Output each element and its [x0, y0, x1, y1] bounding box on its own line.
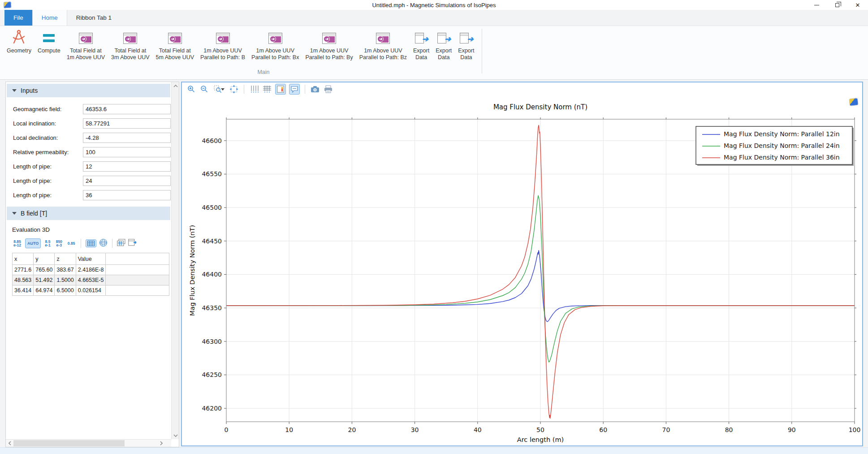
tab-file[interactable]: File: [4, 10, 32, 26]
col-header-y[interactable]: y: [34, 253, 55, 265]
sphere-plot-button[interactable]: [99, 238, 108, 249]
compute-button[interactable]: Compute: [35, 28, 64, 54]
dropdown-caret-icon: [221, 88, 225, 91]
col-header-x[interactable]: x: [13, 253, 34, 265]
plot-window-icon: ➔: [216, 33, 230, 44]
table-row[interactable]: 2771.6 765.60 383.67 2.4186E-8: [13, 265, 169, 275]
restore-button[interactable]: [827, 0, 847, 10]
evaluation-3d-label: Evaluation 3D: [6, 220, 171, 237]
total-field-1m-button[interactable]: ➔ Total Field at 1m Above UUV: [64, 28, 108, 61]
minimize-button[interactable]: [806, 0, 827, 10]
vertical-scrollbar[interactable]: [171, 82, 179, 439]
horizontal-scrollbar[interactable]: [6, 439, 171, 447]
grid-lines-icon: [263, 85, 272, 93]
export-data-button-1[interactable]: ➔ Export Data: [410, 28, 432, 61]
tab-home[interactable]: Home: [32, 10, 67, 26]
plot-window-icon: ➔: [123, 33, 137, 44]
table-row[interactable]: 48.563 51.492 1.5000 4.6653E-5: [13, 275, 169, 285]
parallel-path-bz-button[interactable]: ➔ 1m Above UUV Parallel to Path: Bz: [356, 28, 410, 61]
scroll-right-arrow[interactable]: [157, 440, 165, 447]
x-tick-label: 30: [411, 426, 419, 433]
local-declination-input[interactable]: [83, 133, 171, 143]
scroll-down-arrow[interactable]: [172, 432, 179, 439]
zoom-in-button[interactable]: [186, 84, 196, 94]
tooltip-toggle-button[interactable]: [289, 84, 300, 95]
evaluation-table: x y z Value 2771.6 765.60 383.67 2.4186E…: [12, 253, 169, 296]
zoom-box-button[interactable]: [212, 84, 226, 94]
x-tick-label: 90: [788, 426, 796, 433]
export-data-button-2[interactable]: ➔ Export Data: [432, 28, 455, 61]
format-engineering-button[interactable]: 8.5 e-1: [43, 238, 52, 249]
status-strip: [0, 447, 868, 454]
restore-icon: [835, 3, 839, 7]
x-tick-label: 60: [599, 426, 607, 433]
tooltip-toggle-icon: [291, 86, 298, 93]
horizontal-scroll-thumb[interactable]: [13, 440, 125, 446]
field-row: Local declination:: [6, 130, 171, 145]
equals-icon: [43, 34, 55, 42]
tab-ribbon-tab-1[interactable]: Ribbon Tab 1: [67, 10, 121, 26]
total-field-5m-button[interactable]: ➔ Total Field at 5m Above UUV: [153, 28, 197, 61]
title-bar: Untitled.mph - Magnetic Simulations of I…: [0, 0, 868, 10]
plot-window-icon: ➔: [268, 33, 282, 44]
axis-grid-button[interactable]: [249, 84, 259, 94]
table-row[interactable]: 36.414 64.974 6.5000 0.026154: [13, 285, 169, 296]
toolbar-separator: [305, 85, 305, 94]
bfield-section-header[interactable]: B field [T]: [7, 207, 170, 220]
field-row: Length of pipe:: [6, 173, 171, 188]
y-tick-label: 46450: [202, 238, 222, 245]
col-header-value[interactable]: Value: [76, 253, 106, 265]
length-of-pipe-12-input[interactable]: [83, 161, 171, 172]
format-scientific-button[interactable]: 8.85 e-12: [12, 238, 22, 249]
legend-entry: Mag Flux Density Norm: Parallel 12in: [724, 130, 840, 138]
close-button[interactable]: ✕: [847, 0, 868, 10]
table-display-button[interactable]: [86, 239, 96, 247]
y-tick-label: 46400: [202, 271, 222, 278]
format-decimal-button[interactable]: 0.85: [66, 240, 77, 247]
field-row: Local inclination:: [6, 116, 171, 130]
zoom-extents-button[interactable]: [229, 84, 239, 94]
close-icon: ✕: [855, 2, 860, 8]
color-legend-toggle-icon: [277, 86, 284, 93]
inputs-section-header[interactable]: Inputs: [7, 84, 170, 97]
chart[interactable]: 0102030405060708090100462004625046300463…: [182, 96, 862, 445]
local-inclination-input[interactable]: [83, 118, 171, 129]
table-display-icon: [87, 241, 95, 246]
total-field-3m-button[interactable]: ➔ Total Field at 3m Above UUV: [108, 28, 152, 61]
format-auto-button[interactable]: AUTO: [25, 238, 41, 248]
bfield-toolbar: 8.85 e-12 AUTO 8.5 e-1 850 e-3 0.85: [6, 237, 171, 250]
color-legend-toggle-button[interactable]: [275, 84, 286, 95]
x-tick-label: 40: [474, 426, 482, 433]
length-of-pipe-24-input[interactable]: [83, 176, 171, 186]
parallel-path-by-button[interactable]: ➔ 1m Above UUV Parallel to Path: By: [302, 28, 356, 61]
parallel-path-bx-button[interactable]: ➔ 1m Above UUV Parallel to Path: Bx: [248, 28, 302, 61]
length-of-pipe-36-input[interactable]: [83, 190, 171, 200]
plot-window-icon: ➔: [376, 33, 390, 44]
scroll-up-arrow[interactable]: [172, 82, 179, 90]
toolbar-separator: [244, 85, 244, 94]
zoom-in-icon: [187, 85, 195, 93]
grid-lines-button[interactable]: [262, 84, 272, 94]
x-axis-label: Arc length (m): [517, 436, 564, 443]
x-tick-label: 50: [536, 426, 544, 433]
length-of-pipe-24-label: Length of pipe:: [13, 177, 83, 184]
copy-table-button[interactable]: [117, 239, 125, 248]
ribbon-group-label: Main: [257, 69, 269, 75]
col-header-z[interactable]: z: [55, 253, 76, 265]
scroll-left-arrow[interactable]: [6, 440, 13, 447]
print-button[interactable]: [323, 84, 333, 94]
ribbon-tab-bar: File Home Ribbon Tab 1: [0, 10, 868, 26]
snapshot-camera-button[interactable]: [310, 84, 320, 94]
zoom-out-button[interactable]: [199, 84, 209, 94]
export-table-button[interactable]: [128, 239, 138, 248]
relative-permeability-input[interactable]: [83, 147, 171, 157]
export-data-button-3[interactable]: ➔ Export Data: [455, 28, 477, 61]
geometry-button[interactable]: Geometry: [4, 28, 35, 54]
inputs-section-title: Inputs: [21, 87, 38, 94]
parallel-path-b-button[interactable]: ➔ 1m Above UUV Parallel to Path: B: [197, 28, 248, 61]
geomagnetic-field-label: Geomagnetic field:: [13, 106, 83, 112]
x-tick-label: 10: [285, 426, 293, 433]
format-milli-button[interactable]: 850 e-3: [55, 238, 64, 249]
geomagnetic-field-input[interactable]: [83, 104, 171, 114]
x-tick-label: 70: [662, 426, 670, 433]
